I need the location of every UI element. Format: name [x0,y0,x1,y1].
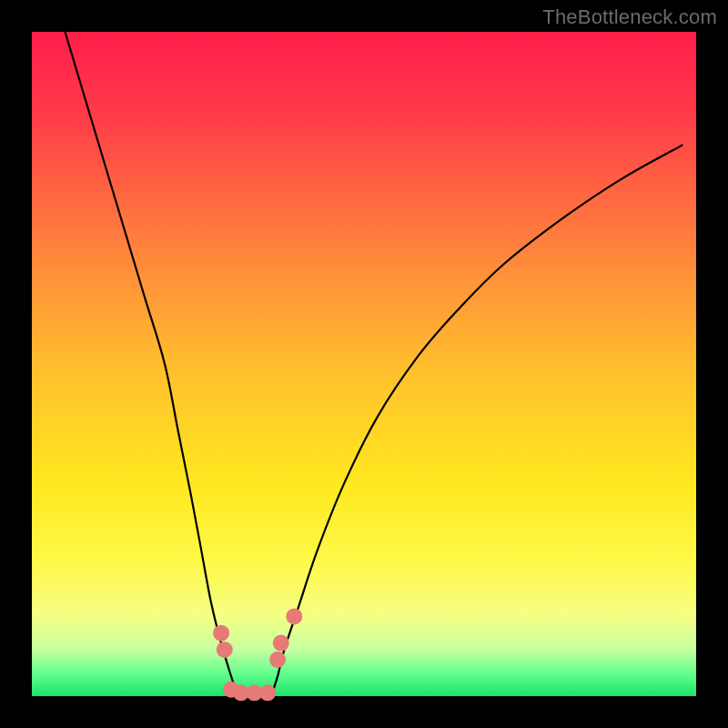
chart-stage: TheBottleneck.com [0,0,728,728]
plot-background [32,32,696,696]
plot-svg [0,0,728,728]
marker-left-dot-lower [217,642,233,658]
marker-floor-dot-4 [259,684,276,701]
marker-right-dot-upper [286,608,302,624]
marker-right-dot-mid [273,635,289,652]
marker-right-dot-lower [269,652,286,668]
marker-left-dot-upper [213,625,229,642]
watermark-label: TheBottleneck.com [542,5,717,29]
